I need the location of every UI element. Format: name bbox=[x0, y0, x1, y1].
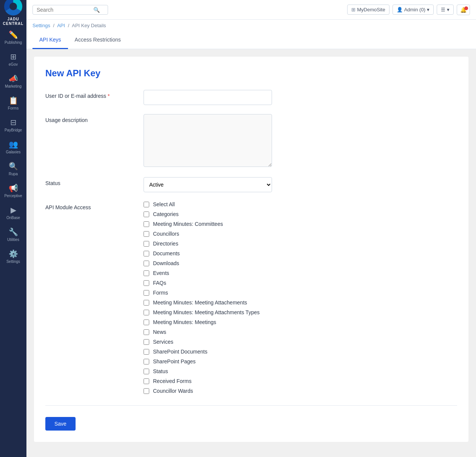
notification-badge bbox=[464, 6, 468, 10]
tab-api-keys[interactable]: API Keys bbox=[32, 31, 68, 49]
module-label-13: News bbox=[153, 329, 166, 335]
module-checkbox-item: Select All bbox=[144, 201, 457, 207]
breadcrumb-settings[interactable]: Settings bbox=[32, 23, 50, 28]
form-card: New API Key User ID or E-mail address * … bbox=[34, 57, 468, 442]
module-checkbox-17[interactable] bbox=[144, 369, 149, 374]
sidebar-item-label: Publishing bbox=[5, 40, 22, 45]
save-button[interactable]: Save bbox=[45, 417, 76, 431]
site-button[interactable]: ⊞ MyDemoSite bbox=[347, 5, 389, 15]
module-checkbox-5[interactable] bbox=[144, 251, 149, 256]
module-checkbox-item: Meeting Minutes: Meeting Attachments Typ… bbox=[144, 309, 457, 315]
breadcrumb: Settings / API / API Key Details bbox=[26, 20, 476, 31]
module-checkbox-15[interactable] bbox=[144, 349, 149, 355]
sidebar-item-label: Utilities bbox=[7, 238, 19, 242]
status-select[interactable]: Active Inactive bbox=[144, 177, 272, 192]
module-checkbox-9[interactable] bbox=[144, 290, 149, 296]
module-checkbox-7[interactable] bbox=[144, 270, 149, 276]
module-label-1: Categories bbox=[153, 211, 179, 217]
sidebar-item-egov[interactable]: ⊞ eGov bbox=[0, 48, 26, 70]
module-label-9: Forms bbox=[153, 290, 168, 296]
tabs: API Keys Access Restrictions bbox=[26, 31, 476, 49]
required-indicator: * bbox=[108, 93, 110, 99]
settings-icon: ⚙️ bbox=[9, 249, 18, 258]
module-checkbox-19[interactable] bbox=[144, 388, 149, 394]
admin-button[interactable]: 👤 Admin (0) ▾ bbox=[393, 5, 434, 15]
paybridge-icon: ⊟ bbox=[10, 118, 17, 127]
rupa-icon: 🔍 bbox=[9, 162, 18, 171]
sidebar-item-publishing[interactable]: ✏️ Publishing bbox=[0, 26, 26, 48]
sidebar-item-label: Perceptive bbox=[4, 194, 22, 198]
pages-button[interactable]: ☰ ▾ bbox=[437, 5, 454, 15]
sidebar-logo: JADU CENTRAL bbox=[0, 0, 26, 26]
sidebar-item-marketing[interactable]: 📣 Marketing bbox=[0, 70, 26, 92]
sidebar-item-settings[interactable]: ⚙️ Settings bbox=[0, 245, 26, 267]
status-label: Status bbox=[45, 177, 144, 186]
sidebar-item-label: OnBase bbox=[6, 216, 20, 220]
sidebar-item-label: PayBridge bbox=[5, 128, 22, 132]
module-checkbox-16[interactable] bbox=[144, 359, 149, 364]
module-checkbox-4[interactable] bbox=[144, 241, 149, 247]
search-box[interactable]: 🔍 bbox=[32, 5, 108, 15]
tab-access-restrictions[interactable]: Access Restrictions bbox=[68, 31, 128, 49]
module-checkbox-13[interactable] bbox=[144, 329, 149, 335]
module-checkbox-12[interactable] bbox=[144, 320, 149, 325]
sidebar-item-forms[interactable]: 📋 Forms bbox=[0, 92, 26, 114]
breadcrumb-sep-1: / bbox=[53, 23, 55, 28]
module-checkbox-item: Downloads bbox=[144, 260, 457, 266]
sidebar-item-label: Settings bbox=[6, 259, 20, 264]
sidebar-item-perceptive[interactable]: 📢 Perceptive bbox=[0, 180, 26, 202]
admin-icon: 👤 bbox=[397, 7, 403, 12]
search-input[interactable] bbox=[37, 7, 93, 13]
utilities-icon: 🔧 bbox=[9, 227, 18, 236]
breadcrumb-api[interactable]: API bbox=[57, 23, 65, 28]
sidebar: JADU CENTRAL ✏️ Publishing ⊞ eGov 📣 Mark… bbox=[0, 0, 26, 457]
module-checkbox-2[interactable] bbox=[144, 221, 149, 227]
module-label-19: Councillor Wards bbox=[153, 388, 193, 394]
module-checkbox-item: Services bbox=[144, 339, 457, 345]
module-checkbox-14[interactable] bbox=[144, 339, 149, 345]
module-checkbox-item: Meeting Minutes: Meeting Attachements bbox=[144, 300, 457, 306]
user-id-row: User ID or E-mail address * bbox=[45, 90, 457, 105]
page-title: New API Key bbox=[45, 68, 457, 79]
module-label-7: Events bbox=[153, 270, 169, 276]
module-checkbox-10[interactable] bbox=[144, 300, 149, 306]
module-checkbox-6[interactable] bbox=[144, 261, 149, 266]
usage-description-input[interactable] bbox=[144, 114, 272, 167]
module-label-10: Meeting Minutes: Meeting Attachements bbox=[153, 300, 247, 306]
forms-icon: 📋 bbox=[9, 96, 18, 105]
sidebar-item-label: Forms bbox=[8, 106, 19, 110]
module-checkbox-8[interactable] bbox=[144, 280, 149, 286]
onbase-icon: ▶ bbox=[11, 205, 16, 215]
perceptive-icon: 📢 bbox=[9, 184, 18, 193]
module-label-15: SharePoint Documents bbox=[153, 349, 207, 355]
header-right: ⊞ MyDemoSite 👤 Admin (0) ▾ ☰ ▾ 🔔 bbox=[347, 5, 470, 15]
module-label-5: Documents bbox=[153, 250, 180, 256]
api-module-label: API Module Access bbox=[45, 201, 144, 210]
sidebar-item-rupa[interactable]: 🔍 Rupa bbox=[0, 158, 26, 180]
admin-label: Admin (0) bbox=[404, 7, 425, 12]
sidebar-item-label: Rupa bbox=[9, 172, 18, 176]
module-label-11: Meeting Minutes: Meeting Attachments Typ… bbox=[153, 309, 260, 315]
module-checkbox-item: Documents bbox=[144, 250, 457, 256]
form-divider bbox=[45, 405, 457, 406]
module-checkbox-item: News bbox=[144, 329, 457, 335]
user-id-field bbox=[144, 90, 457, 105]
pages-icon: ☰ bbox=[441, 7, 445, 12]
breadcrumb-sep-2: / bbox=[68, 23, 70, 28]
sidebar-item-utilities[interactable]: 🔧 Utilities bbox=[0, 224, 26, 245]
main-content: 🔍 ⊞ MyDemoSite 👤 Admin (0) ▾ ☰ ▾ 🔔 Sett bbox=[26, 0, 476, 457]
module-checkbox-list: Select AllCategoriesMeeting Minutes: Com… bbox=[144, 201, 457, 394]
notifications-button[interactable]: 🔔 bbox=[457, 5, 470, 15]
module-checkbox-18[interactable] bbox=[144, 378, 149, 384]
sidebar-item-galaxies[interactable]: 👥 Galaxies bbox=[0, 136, 26, 158]
user-id-input[interactable] bbox=[144, 90, 272, 105]
module-checkbox-1[interactable] bbox=[144, 212, 149, 217]
sidebar-item-paybridge[interactable]: ⊟ PayBridge bbox=[0, 114, 26, 136]
module-checkbox-item: Meeting Minutes: Committees bbox=[144, 221, 457, 227]
module-checkbox-0[interactable] bbox=[144, 202, 149, 207]
module-checkbox-item: SharePoint Pages bbox=[144, 358, 457, 364]
module-checkbox-11[interactable] bbox=[144, 310, 149, 315]
module-checkbox-3[interactable] bbox=[144, 231, 149, 237]
sidebar-item-onbase[interactable]: ▶ OnBase bbox=[0, 202, 26, 224]
content-area: New API Key User ID or E-mail address * … bbox=[26, 49, 476, 457]
